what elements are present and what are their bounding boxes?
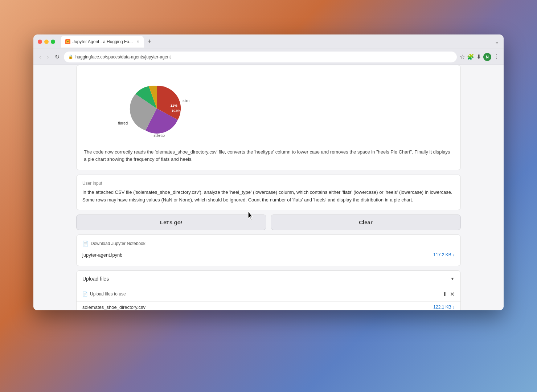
main-container: 11% 10.9% flared stiletto slim The code … [69, 65, 468, 310]
extensions-button[interactable]: 🧩 [467, 53, 474, 60]
pie-chart-card: 11% 10.9% flared stiletto slim The code … [76, 65, 461, 170]
tab-close-button[interactable]: ✕ [136, 40, 139, 44]
uploaded-filesize[interactable]: 122.1 KB ↓ [433, 305, 455, 310]
label-stiletto: stiletto [153, 133, 165, 138]
label-11pct: 11% [170, 103, 177, 107]
refresh-button[interactable]: ↻ [53, 52, 61, 62]
download-button[interactable]: ⬇ [476, 53, 481, 60]
user-input-text: In the attached CSV file ('solemates_sho… [82, 189, 455, 204]
url-actions: ☆ 🧩 ⬇ N ⋮ [460, 53, 499, 61]
download-section: 📄 Download Jupyter Notebook jupyter-agen… [76, 234, 461, 266]
new-tab-button[interactable]: + [145, 37, 154, 46]
tab-title: Jupyter Agent - a Hugging Fa... [73, 39, 133, 44]
download-header: 📄 Download Jupyter Notebook [82, 241, 455, 246]
label-flared: flared [118, 121, 128, 125]
url-bar: ‹ › ↻ 🔒 huggingface.co/spaces/data-agent… [33, 49, 504, 65]
menu-button[interactable]: ⋮ [493, 53, 499, 60]
url-input[interactable]: 🔒 huggingface.co/spaces/data-agents/jupy… [64, 52, 457, 62]
window-controls: ⌄ [495, 38, 499, 45]
notebook-file-row: jupyter-agent.ipynb 117.2 KB ↓ [82, 250, 455, 260]
bookmark-button[interactable]: ☆ [460, 53, 465, 60]
upload-file-icon: 📄 [82, 291, 88, 297]
browser-window: 🤗 Jupyter Agent - a Hugging Fa... ✕ + ⌄ … [33, 34, 504, 310]
upload-section: Upload files ▼ 📄 Upload files to use ⬆ ✕ [76, 270, 461, 310]
upload-button[interactable]: ⬆ [442, 291, 447, 298]
user-input-card: User input In the attached CSV file ('so… [76, 175, 461, 210]
title-bar: 🤗 Jupyter Agent - a Hugging Fa... ✕ + ⌄ [33, 34, 504, 49]
pie-chart-section: 11% 10.9% flared stiletto slim [84, 73, 453, 138]
uploaded-file-row: solemates_shoe_directory.csv 122.1 KB ↓ [77, 302, 460, 310]
window-expand-button[interactable]: ⌄ [495, 38, 499, 45]
upload-section-title: Upload files [82, 276, 109, 282]
browser-content: 11% 10.9% flared stiletto slim The code … [33, 65, 504, 310]
lets-go-button[interactable]: Let's go! [76, 215, 266, 230]
clear-button[interactable]: Clear [271, 215, 461, 230]
chart-description: The code now correctly reads the 'olemat… [84, 144, 453, 163]
active-tab[interactable]: 🤗 Jupyter Agent - a Hugging Fa... ✕ [61, 36, 144, 48]
notebook-filename: jupyter-agent.ipynb [82, 252, 123, 258]
upload-actions: ⬆ ✕ [442, 291, 455, 298]
maximize-traffic-light[interactable] [51, 40, 55, 44]
uploaded-filename: solemates_shoe_directory.csv [82, 305, 145, 310]
upload-toggle-icon[interactable]: ▼ [450, 276, 455, 281]
upload-input-label: 📄 Upload files to use [82, 291, 126, 297]
upload-input-text[interactable]: Upload files to use [90, 291, 126, 297]
url-text: huggingface.co/spaces/data-agents/jupyte… [75, 54, 171, 60]
action-buttons: Let's go! Clear [76, 215, 461, 230]
label-slim: slim [183, 98, 189, 103]
security-icon: 🔒 [68, 54, 73, 59]
back-button[interactable]: ‹ [38, 52, 42, 62]
traffic-lights [38, 40, 55, 44]
notebook-filesize[interactable]: 117.2 KB ↓ [433, 252, 455, 257]
download-label[interactable]: Download Jupyter Notebook [91, 241, 145, 246]
upload-section-header: Upload files ▼ [77, 271, 460, 287]
profile-avatar[interactable]: N [483, 53, 491, 61]
user-input-label: User input [82, 181, 455, 186]
clear-upload-button[interactable]: ✕ [450, 291, 455, 298]
tab-bar: 🤗 Jupyter Agent - a Hugging Fa... ✕ + [61, 36, 492, 48]
upload-input-row: 📄 Upload files to use ⬆ ✕ [77, 287, 460, 302]
forward-button[interactable]: › [45, 52, 50, 62]
page-content[interactable]: 11% 10.9% flared stiletto slim The code … [33, 65, 504, 310]
pie-chart-svg: 11% 10.9% flared stiletto slim [113, 76, 207, 134]
label-109pct: 10.9% [172, 109, 181, 113]
pie-container: 11% 10.9% flared stiletto slim [113, 76, 207, 134]
notebook-icon: 📄 [82, 241, 89, 246]
close-traffic-light[interactable] [38, 40, 42, 44]
tab-favicon: 🤗 [65, 39, 70, 44]
minimize-traffic-light[interactable] [44, 40, 49, 44]
